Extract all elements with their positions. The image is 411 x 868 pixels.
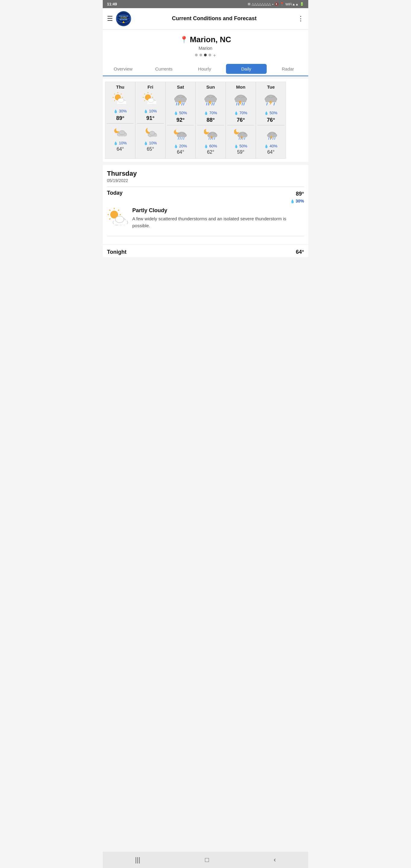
tab-overview[interactable]: Overview — [103, 63, 144, 75]
svg-line-31 — [144, 94, 145, 94]
svg-line-53 — [184, 103, 184, 105]
svg-line-119 — [109, 210, 110, 211]
add-location-button[interactable]: + — [213, 53, 216, 58]
day-sun[interactable]: Sun 70% 88° — [195, 82, 226, 159]
tue-low: 64° — [257, 150, 284, 155]
menu-button[interactable]: ☰ — [107, 15, 113, 23]
tab-daily[interactable]: Daily — [226, 64, 267, 74]
svg-line-67 — [207, 103, 207, 105]
svg-line-104 — [274, 103, 275, 105]
day-thu[interactable]: Thu — [105, 82, 135, 159]
app-bar: ☰ FOOTHILLS ACTION NETWORK Current Condi… — [103, 8, 308, 30]
location-dot-2[interactable] — [199, 54, 202, 56]
day-tue[interactable]: Tue 50% 76° — [256, 82, 286, 159]
location-dot-1[interactable] — [195, 54, 198, 56]
tab-hourly[interactable]: Hourly — [184, 63, 225, 75]
tab-radar[interactable]: Radar — [267, 63, 308, 75]
sat-low: 64° — [167, 150, 194, 155]
mon-day-icon — [227, 92, 254, 109]
svg-line-13 — [121, 94, 121, 94]
more-button[interactable]: ⋮ — [297, 15, 304, 23]
tonight-label: Tonight — [107, 249, 127, 255]
today-text-block: Partly Cloudy A few widely scattered thu… — [132, 207, 304, 229]
sat-night-icon — [167, 127, 194, 142]
svg-line-68 — [208, 103, 209, 105]
sun-day-icon — [197, 92, 224, 109]
svg-line-60 — [182, 137, 182, 140]
location-name: 📍 Marion, NC — [107, 35, 304, 44]
svg-line-58 — [178, 137, 179, 140]
sat-day-icon — [167, 92, 194, 109]
svg-line-78 — [213, 137, 213, 140]
svg-line-113 — [275, 137, 275, 140]
today-label: Today — [107, 190, 123, 196]
svg-line-86 — [238, 103, 239, 105]
fri-low: 65° — [137, 147, 164, 152]
svg-line-96 — [243, 137, 243, 140]
svg-line-121 — [109, 218, 110, 219]
tab-currents[interactable]: Currents — [144, 63, 184, 75]
location-section: 📍 Marion, NC Marion + — [103, 30, 308, 63]
status-bar: 11:49 ⊞ △△△△△△△△ • 🔇 📍 WiFi▲▲ 🔋 — [103, 0, 308, 8]
today-rain-pct: 30% — [290, 198, 304, 204]
svg-line-87 — [242, 103, 243, 105]
detail-section: Thursday 05/19/2022 Today 89° 30% — [103, 165, 308, 244]
fri-day-rain: 10% — [137, 109, 164, 113]
svg-line-12 — [114, 94, 115, 94]
svg-line-61 — [184, 137, 184, 140]
today-description: A few widely scattered thunderstorms and… — [132, 216, 304, 229]
tonight-temp: 64° — [296, 249, 304, 255]
svg-rect-57 — [178, 134, 185, 137]
status-icons: ⊞ △△△△△△△△ • 🔇 📍 WiFi▲▲ 🔋 — [248, 2, 304, 6]
battery-icon: 🔋 — [300, 2, 304, 6]
tonight-header: Tonight 64° — [107, 249, 304, 255]
svg-line-110 — [268, 137, 269, 140]
sun-night-rain: 60% — [197, 144, 224, 148]
location-pin-icon: 📍 — [180, 36, 188, 44]
sun-low: 62° — [197, 150, 224, 155]
svg-rect-92 — [238, 134, 247, 137]
location-subtitle: Marion — [107, 45, 304, 51]
svg-line-33 — [144, 100, 145, 101]
svg-line-79 — [214, 137, 215, 140]
day-sat[interactable]: Sat 50% 92° — [165, 82, 195, 159]
day-fri[interactable]: Fri 10% — [135, 82, 165, 159]
thu-day-rain: 30% — [107, 109, 134, 113]
day-mon[interactable]: Mon 70% 76° — [226, 82, 256, 159]
status-time: 11:49 — [107, 2, 117, 6]
fri-day-icon — [137, 92, 164, 107]
dot-icon: • — [272, 2, 273, 6]
svg-point-44 — [150, 131, 155, 135]
sun-high: 88° — [197, 117, 224, 123]
svg-line-52 — [182, 103, 182, 105]
svg-line-85 — [236, 103, 237, 105]
sat-day-rain: 50% — [167, 111, 194, 115]
mon-day-rain: 70% — [227, 111, 254, 115]
tab-bar: Overview Currents Hourly Daily Radar — [103, 63, 308, 76]
location-dots: + — [107, 54, 304, 60]
svg-rect-108 — [268, 134, 276, 137]
fri-high: 91° — [137, 115, 164, 121]
sun-night-icon — [197, 127, 224, 142]
mon-night-icon — [227, 127, 254, 142]
location-dot-3-active[interactable] — [204, 54, 207, 56]
mon-low: 59° — [227, 150, 254, 155]
svg-rect-74 — [208, 134, 217, 137]
today-header-row: Today 89° 30% — [107, 190, 304, 204]
tue-night-icon — [257, 127, 284, 142]
tue-high: 76° — [257, 117, 284, 123]
svg-line-69 — [212, 103, 213, 105]
warning-icons: △△△△△△△△ — [252, 2, 271, 6]
svg-line-112 — [273, 137, 273, 140]
detail-date: 05/19/2022 — [107, 178, 304, 183]
location-dot-4[interactable] — [209, 54, 211, 56]
svg-line-103 — [267, 103, 267, 105]
fri-night-rain: 10% — [137, 141, 164, 145]
today-temps: 89° 30% — [290, 190, 304, 204]
svg-line-50 — [176, 103, 177, 105]
app-logo: FOOTHILLS ACTION NETWORK — [116, 11, 131, 26]
thu-low: 64° — [107, 147, 134, 152]
thu-day-icon — [107, 92, 134, 107]
thu-high: 89° — [107, 115, 134, 121]
signal-icon: WiFi▲▲ — [285, 2, 298, 6]
